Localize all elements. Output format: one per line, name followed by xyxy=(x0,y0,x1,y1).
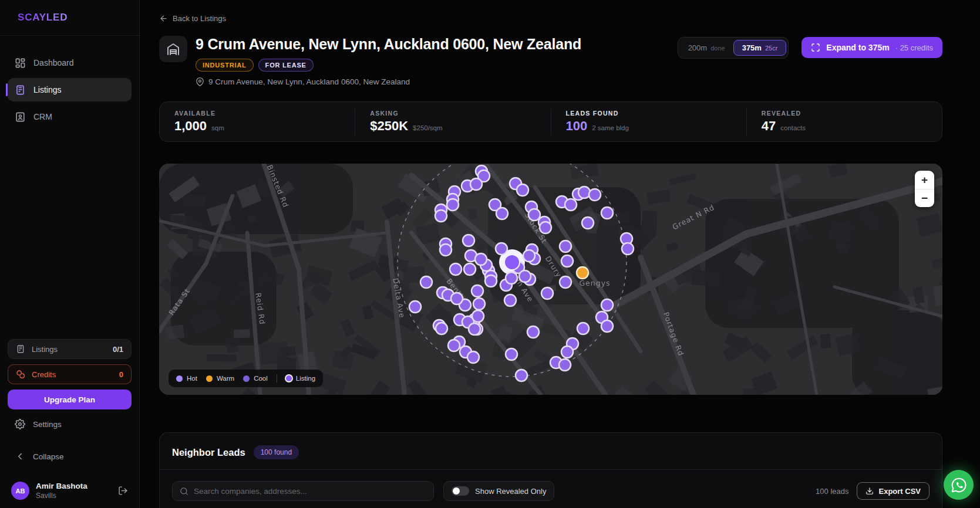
lead-marker[interactable] xyxy=(464,263,476,275)
logout-icon[interactable] xyxy=(118,486,128,496)
lead-marker[interactable] xyxy=(448,340,460,351)
export-csv-button[interactable]: Export CSV xyxy=(857,482,930,500)
lead-marker[interactable] xyxy=(472,310,484,322)
sidebar-item-label: Dashboard xyxy=(33,58,74,67)
lead-marker[interactable] xyxy=(473,298,485,310)
radius-segmented-control: 200mdone375m25cr xyxy=(678,37,789,59)
lead-marker[interactable] xyxy=(601,299,613,311)
sidebar: SCAYLED DashboardListingsCRM Listings 0/… xyxy=(0,0,140,508)
expand-radius-button[interactable]: Expand to 375m · 25 credits xyxy=(801,37,942,58)
neighbor-leads-card: Neighbor Leads 100 found Show Revealed O… xyxy=(159,432,942,508)
warm-lead-marker[interactable] xyxy=(577,267,588,279)
lead-marker[interactable] xyxy=(560,241,571,252)
lead-marker[interactable] xyxy=(450,263,462,275)
legend-item-listing: Listing xyxy=(286,375,315,382)
lead-marker[interactable] xyxy=(475,253,487,265)
map[interactable]: Binsted RdRata StReid RdDelta AveBentinc… xyxy=(159,164,942,395)
lead-marker[interactable] xyxy=(463,235,474,246)
lead-marker[interactable] xyxy=(560,276,571,288)
credits-usage-label: Credits xyxy=(32,370,56,379)
gear-icon xyxy=(15,419,25,429)
sidebar-item-crm[interactable]: CRM xyxy=(8,105,132,128)
lead-marker[interactable] xyxy=(519,270,531,282)
search-icon xyxy=(180,487,188,496)
lead-marker[interactable] xyxy=(527,326,539,338)
lead-marker[interactable] xyxy=(451,293,463,304)
radius-option-375m[interactable]: 375m25cr xyxy=(733,40,787,56)
legend-item-cool: Cool xyxy=(243,375,268,382)
zoom-in-button[interactable]: + xyxy=(915,171,934,189)
lead-marker[interactable] xyxy=(409,301,421,313)
lead-marker[interactable] xyxy=(517,184,528,196)
settings-link[interactable]: Settings xyxy=(8,415,132,434)
sidebar-item-dashboard[interactable]: Dashboard xyxy=(8,51,132,74)
lead-marker[interactable] xyxy=(496,243,507,255)
lead-marker[interactable] xyxy=(470,178,482,190)
coins-icon xyxy=(16,370,25,379)
user-name: Amir Bashota xyxy=(36,482,87,492)
lead-marker[interactable] xyxy=(485,275,497,287)
toggle-track[interactable] xyxy=(452,486,469,496)
stat-sub: 2 same bldg xyxy=(592,124,629,131)
lead-marker[interactable] xyxy=(516,370,527,381)
legend-label: Hot xyxy=(187,375,197,382)
show-revealed-toggle[interactable]: Show Revealed Only xyxy=(443,481,554,501)
lead-marker[interactable] xyxy=(467,351,479,363)
stat-sub: contacts xyxy=(780,124,806,131)
map-canvas[interactable]: Binsted RdRata StReid RdDelta AveBentinc… xyxy=(159,164,942,395)
lead-marker[interactable] xyxy=(561,346,573,358)
lead-marker[interactable] xyxy=(440,244,452,256)
warehouse-icon xyxy=(159,36,187,62)
lead-marker[interactable] xyxy=(447,199,459,211)
zoom-out-button[interactable]: − xyxy=(915,189,934,207)
avatar: AB xyxy=(11,482,29,500)
expand-icon xyxy=(811,43,820,52)
listing-marker[interactable] xyxy=(504,255,520,270)
listings-usage-pill[interactable]: Listings 0/1 xyxy=(8,339,132,359)
lead-marker[interactable] xyxy=(420,276,432,288)
lead-marker[interactable] xyxy=(559,359,571,371)
whatsapp-button[interactable] xyxy=(944,470,974,500)
lead-marker[interactable] xyxy=(506,272,517,284)
radius-option-200m[interactable]: 200mdone xyxy=(680,40,733,55)
page-title: 9 Crum Avenue, New Lynn, Auckland 0600, … xyxy=(196,36,581,53)
lead-marker[interactable] xyxy=(504,294,516,306)
stat-label: LEADS FOUND xyxy=(566,110,732,117)
lead-marker[interactable] xyxy=(578,187,590,198)
lead-marker[interactable] xyxy=(589,189,601,201)
upgrade-plan-button[interactable]: Upgrade Plan xyxy=(8,390,132,409)
listings-icon xyxy=(15,84,26,96)
radius-option-label: 200m xyxy=(688,43,708,52)
search-input[interactable] xyxy=(194,487,426,496)
listings-usage-label: Listings xyxy=(32,345,58,354)
lead-marker[interactable] xyxy=(565,199,577,211)
collapse-link[interactable]: Collapse xyxy=(8,447,132,466)
sidebar-item-listings[interactable]: Listings xyxy=(8,78,132,101)
listings-usage-value: 0/1 xyxy=(113,345,123,354)
stat-revealed: REVEALED 47contacts xyxy=(746,109,942,136)
legend-label: Cool xyxy=(254,375,268,382)
lead-marker[interactable] xyxy=(469,323,480,335)
lead-marker[interactable] xyxy=(506,348,517,360)
lead-marker[interactable] xyxy=(496,208,508,219)
lead-marker[interactable] xyxy=(540,222,551,233)
lead-marker[interactable] xyxy=(472,285,483,297)
stat-sub: sqm xyxy=(211,124,224,131)
main-content: Back to Listings 9 Crum Avenue, New Lynn… xyxy=(140,0,980,508)
credits-usage-pill[interactable]: Credits 0 xyxy=(8,364,132,384)
lead-marker[interactable] xyxy=(601,320,613,332)
back-to-listings-link[interactable]: Back to Listings xyxy=(159,14,942,23)
stat-label: AVAILABLE xyxy=(174,110,340,117)
street-label: Gengys xyxy=(579,279,610,287)
lead-marker[interactable] xyxy=(523,250,535,262)
lead-marker[interactable] xyxy=(528,209,540,221)
lead-marker[interactable] xyxy=(561,255,573,267)
stat-label: REVEALED xyxy=(762,110,927,117)
lead-marker[interactable] xyxy=(435,210,447,222)
lead-marker[interactable] xyxy=(541,287,553,299)
lead-marker[interactable] xyxy=(436,323,447,334)
lead-marker[interactable] xyxy=(577,323,589,334)
lead-marker[interactable] xyxy=(622,243,634,255)
lead-marker[interactable] xyxy=(582,217,594,229)
lead-marker[interactable] xyxy=(601,207,613,219)
